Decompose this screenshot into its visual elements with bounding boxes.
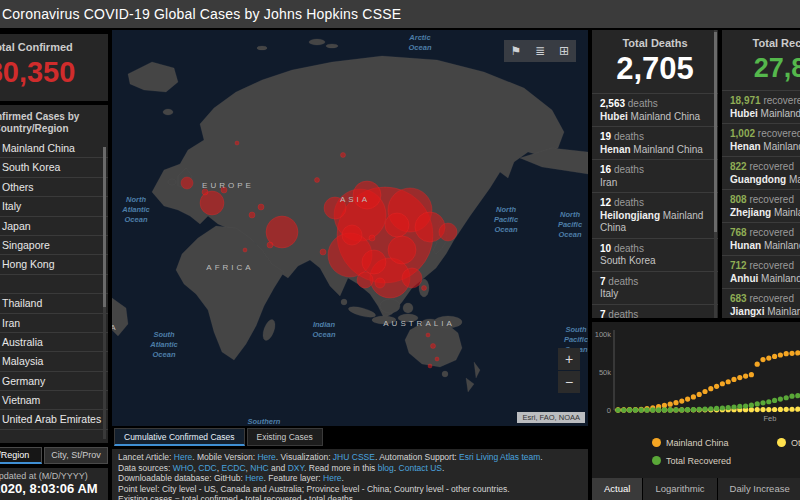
data-point[interactable] [662, 403, 667, 408]
data-point[interactable] [691, 407, 696, 412]
country-row[interactable]: Japan [0, 217, 108, 236]
data-point[interactable] [702, 389, 707, 394]
footer-link[interactable]: Here [257, 452, 275, 462]
case-bubble[interactable] [181, 177, 193, 189]
recovered-row[interactable]: 712 recoveredAnhui Mainland China [722, 255, 800, 288]
data-point[interactable] [755, 362, 760, 367]
data-point[interactable] [708, 406, 713, 411]
data-point[interactable] [685, 396, 690, 401]
deaths-row[interactable]: 7 deathsItaly [592, 271, 718, 304]
case-bubble[interactable] [243, 248, 247, 252]
case-bubble[interactable] [235, 141, 239, 145]
case-bubble[interactable] [388, 236, 416, 264]
data-point[interactable] [766, 399, 771, 404]
country-list-scroll-thumb[interactable] [103, 147, 106, 307]
case-bubble[interactable] [422, 286, 427, 291]
country-row[interactable]: Singapore [0, 236, 108, 255]
data-point[interactable] [772, 407, 777, 412]
footer-link[interactable]: Here [174, 452, 192, 462]
data-point[interactable] [691, 394, 696, 399]
tab-city-stprov[interactable]: City, St/Prov [44, 447, 108, 464]
recovered-row[interactable]: 1,002 recoveredHenan Mainland China [722, 123, 800, 156]
case-bubble[interactable] [315, 178, 320, 183]
data-point[interactable] [731, 377, 736, 382]
tab-cumulative-confirmed[interactable]: Cumulative Confirmed Cases [114, 428, 245, 446]
country-row[interactable]: Malaysia [0, 352, 108, 371]
country-row[interactable]: Mainland China [0, 139, 108, 158]
country-row[interactable]: Others [0, 178, 108, 197]
data-point[interactable] [627, 407, 632, 412]
case-bubble[interactable] [431, 344, 436, 349]
data-point[interactable] [720, 405, 725, 410]
case-bubble[interactable] [341, 153, 346, 158]
data-point[interactable] [795, 393, 800, 398]
country-row[interactable]: Italy [0, 197, 108, 216]
data-point[interactable] [784, 351, 789, 356]
data-point[interactable] [778, 396, 783, 401]
data-point[interactable] [743, 373, 748, 378]
case-bubble[interactable] [362, 250, 386, 274]
data-point[interactable] [720, 381, 725, 386]
data-point[interactable] [795, 407, 800, 412]
data-point[interactable] [697, 407, 702, 412]
case-bubble[interactable] [402, 268, 422, 288]
tab-daily-increase[interactable]: Daily Increase [718, 478, 800, 500]
country-row[interactable]: Hong Kong [0, 255, 108, 274]
footer-link[interactable]: Here [245, 473, 263, 483]
data-point[interactable] [621, 407, 626, 412]
case-bubble[interactable] [385, 213, 409, 237]
country-row[interactable]: Thailand [0, 294, 108, 313]
case-bubble[interactable] [320, 249, 326, 255]
country-row[interactable]: South Korea [0, 158, 108, 177]
data-point[interactable] [760, 400, 765, 405]
deaths-row[interactable]: 2,563 deathsHubei Mainland China [592, 93, 718, 126]
recovered-row[interactable]: 822 recoveredGuangdong Mainland China [722, 156, 800, 189]
footer-link[interactable]: CDC [198, 463, 216, 473]
data-point[interactable] [726, 405, 731, 410]
data-point[interactable] [679, 398, 684, 403]
tab-actual[interactable]: Actual [592, 478, 642, 500]
data-point[interactable] [697, 392, 702, 397]
deaths-row[interactable]: 12 deathsHeilongjiang Mainland China [592, 192, 718, 238]
map-canvas[interactable]: ArcticOceanNorthAtlanticOceanSouthAtlant… [112, 30, 588, 426]
data-point[interactable] [778, 407, 783, 412]
data-point[interactable] [749, 403, 754, 408]
data-point[interactable] [673, 407, 678, 412]
footer-link[interactable]: JHU CSSE [333, 452, 375, 462]
recovered-row[interactable]: 18,971 recoveredHubei Mainland China [722, 90, 800, 123]
data-point[interactable] [755, 401, 760, 406]
zoom-in-button[interactable]: + [558, 348, 580, 370]
deaths-row[interactable]: 16 deathsIran [592, 159, 718, 192]
data-point[interactable] [760, 357, 765, 362]
deaths-scroll-thumb[interactable] [714, 32, 717, 232]
tab-existing-cases[interactable]: Existing Cases [247, 428, 323, 446]
footer-link[interactable]: Contact US [399, 463, 442, 473]
data-point[interactable] [685, 407, 690, 412]
data-point[interactable] [673, 400, 678, 405]
country-row[interactable]: Germany [0, 372, 108, 391]
country-list-scrollbar[interactable] [103, 147, 106, 439]
data-point[interactable] [760, 407, 765, 412]
zoom-out-button[interactable]: − [558, 371, 580, 393]
case-bubble[interactable] [426, 333, 430, 337]
case-bubble[interactable] [357, 272, 373, 288]
data-point[interactable] [656, 407, 661, 412]
data-point[interactable] [662, 407, 667, 412]
data-point[interactable] [726, 379, 731, 384]
case-bubble[interactable] [369, 235, 375, 241]
data-point[interactable] [778, 352, 783, 357]
country-row[interactable]: Vietnam [0, 391, 108, 410]
legend-icon[interactable]: ≣ [528, 40, 552, 62]
recovered-row[interactable]: 683 recoveredJiangxi Mainland China [722, 288, 800, 318]
country-row[interactable]: United Arab Emirates [0, 410, 108, 429]
data-point[interactable] [772, 398, 777, 403]
footer-link[interactable]: NHC [250, 463, 268, 473]
data-point[interactable] [737, 404, 742, 409]
deaths-row[interactable]: 7 deathsGuangdong Mainland China [592, 304, 718, 319]
data-point[interactable] [644, 407, 649, 412]
case-bubble[interactable] [267, 242, 273, 248]
data-point[interactable] [789, 394, 794, 399]
case-bubble[interactable] [258, 204, 264, 210]
data-point[interactable] [714, 406, 719, 411]
case-bubble[interactable] [428, 364, 432, 368]
